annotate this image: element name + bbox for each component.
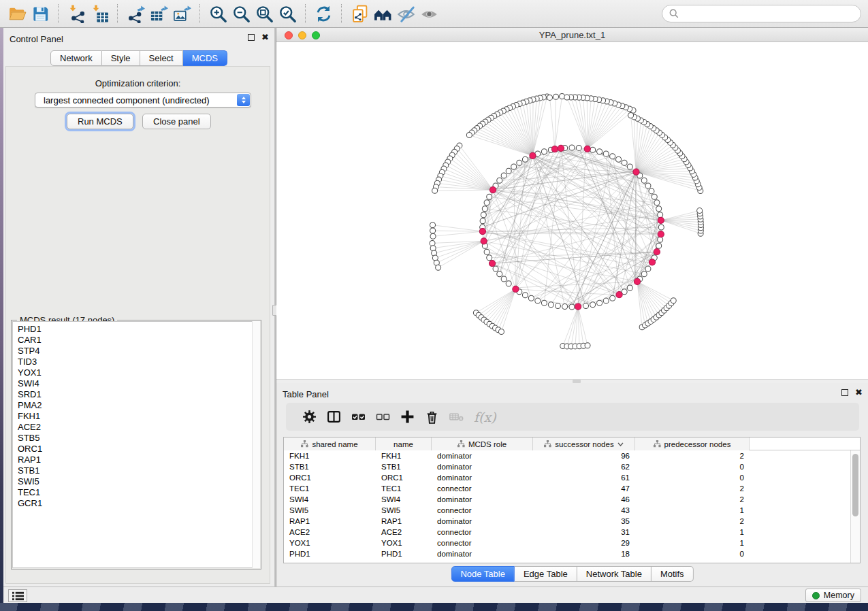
table-row[interactable]: FKH1FKH1dominator962 bbox=[284, 450, 850, 461]
network-node[interactable] bbox=[511, 164, 517, 169]
leaf-node[interactable] bbox=[498, 329, 504, 335]
memory-button[interactable]: Memory bbox=[805, 589, 861, 602]
network-node[interactable] bbox=[541, 149, 547, 154]
network-node[interactable] bbox=[603, 298, 609, 303]
table-row[interactable]: STB1STB1dominator620 bbox=[284, 461, 850, 472]
open-session-button[interactable] bbox=[5, 2, 29, 25]
network-window-titlebar[interactable]: YPA_prune.txt_1 bbox=[276, 28, 868, 42]
network-node[interactable] bbox=[501, 276, 507, 282]
network-node[interactable] bbox=[658, 237, 663, 242]
run-mcds-button[interactable]: Run MCDS bbox=[67, 114, 133, 129]
dominator-node[interactable] bbox=[479, 229, 485, 235]
leaf-node[interactable] bbox=[430, 233, 436, 239]
apply-layout-button[interactable] bbox=[312, 2, 335, 25]
zoom-out-button[interactable] bbox=[229, 2, 253, 25]
dominator-node[interactable] bbox=[481, 238, 487, 244]
mcds-result-item[interactable]: SWI5 bbox=[13, 476, 259, 487]
table-row[interactable]: SWI5SWI5connector431 bbox=[284, 505, 850, 516]
task-history-button[interactable] bbox=[8, 589, 27, 602]
network-node[interactable] bbox=[603, 151, 609, 156]
dominator-node[interactable] bbox=[489, 261, 495, 267]
show-all-button[interactable] bbox=[417, 2, 440, 25]
float-panel-icon[interactable] bbox=[248, 34, 255, 41]
function-builder-button[interactable]: f(x) bbox=[468, 405, 502, 429]
network-node[interactable] bbox=[576, 145, 581, 150]
network-node[interactable] bbox=[535, 298, 541, 303]
network-node[interactable] bbox=[482, 206, 487, 212]
dominator-node[interactable] bbox=[489, 187, 496, 193]
network-node[interactable] bbox=[497, 271, 502, 277]
dominator-node[interactable] bbox=[530, 152, 536, 159]
tab-motifs[interactable]: Motifs bbox=[652, 566, 694, 582]
delete-column-button[interactable] bbox=[419, 405, 444, 429]
network-node[interactable] bbox=[654, 200, 660, 205]
tab-network-table[interactable]: Network Table bbox=[577, 566, 652, 582]
leaf-node[interactable] bbox=[430, 222, 436, 228]
mcds-result-item[interactable]: STP4 bbox=[13, 346, 259, 357]
table-scrollbar-thumb[interactable] bbox=[852, 454, 858, 516]
network-node[interactable] bbox=[645, 266, 651, 271]
mcds-result-item[interactable]: SWI4 bbox=[13, 378, 259, 389]
export-network-button[interactable] bbox=[124, 2, 147, 25]
leaf-node[interactable] bbox=[628, 113, 634, 118]
zoom-selected-button[interactable] bbox=[276, 2, 299, 25]
first-neighbors-button[interactable] bbox=[371, 2, 394, 25]
clone-network-button[interactable] bbox=[348, 2, 371, 25]
column-header-successors[interactable]: successor nodes bbox=[533, 437, 635, 450]
network-node[interactable] bbox=[517, 160, 522, 165]
network-node[interactable] bbox=[528, 295, 534, 301]
leaf-node[interactable] bbox=[564, 95, 570, 100]
import-network-button[interactable] bbox=[65, 2, 88, 25]
network-node[interactable] bbox=[622, 160, 627, 165]
show-all-columns-button[interactable] bbox=[346, 405, 370, 429]
mcds-result-item[interactable]: YOX1 bbox=[13, 367, 259, 378]
network-node[interactable] bbox=[484, 200, 489, 205]
close-panel-icon[interactable]: ✖ bbox=[261, 34, 269, 41]
dominator-node[interactable] bbox=[649, 259, 655, 265]
dominator-node[interactable] bbox=[654, 249, 660, 255]
column-header-name[interactable]: name bbox=[376, 437, 432, 450]
leaf-node[interactable] bbox=[430, 240, 435, 246]
network-node[interactable] bbox=[501, 173, 507, 178]
table-row[interactable]: RAP1RAP1dominator352 bbox=[284, 516, 850, 527]
mcds-result-item[interactable]: SRD1 bbox=[13, 389, 259, 400]
select-columns-button[interactable] bbox=[321, 405, 346, 429]
table-row[interactable]: ORC1ORC1dominator610 bbox=[284, 472, 850, 483]
column-header-predecessors[interactable]: predecessor nodes bbox=[635, 437, 750, 450]
leaf-node[interactable] bbox=[671, 298, 676, 303]
dominator-node[interactable] bbox=[584, 146, 590, 152]
table-settings-button[interactable] bbox=[297, 405, 321, 429]
mcds-result-item[interactable]: TEC1 bbox=[13, 487, 259, 498]
network-node[interactable] bbox=[652, 194, 657, 199]
mcds-result-item[interactable]: PHD1 bbox=[13, 324, 259, 335]
dominator-node[interactable] bbox=[658, 231, 664, 237]
import-table-button[interactable] bbox=[88, 2, 111, 25]
network-node[interactable] bbox=[645, 183, 651, 188]
dominator-node[interactable] bbox=[575, 303, 581, 310]
network-node[interactable] bbox=[656, 206, 662, 212]
close-panel-icon[interactable]: ✖ bbox=[855, 389, 863, 396]
network-node[interactable] bbox=[569, 145, 575, 150]
leaf-node[interactable] bbox=[432, 188, 438, 193]
network-node[interactable] bbox=[610, 295, 615, 301]
leaf-node[interactable] bbox=[585, 343, 590, 348]
table-row[interactable]: SWI4SWI4dominator462 bbox=[284, 494, 850, 505]
mcds-result-item[interactable]: ACE2 bbox=[13, 422, 259, 433]
network-node[interactable] bbox=[522, 156, 528, 162]
tab-node-table[interactable]: Node Table bbox=[451, 566, 515, 582]
mcds-result-item[interactable]: RAP1 bbox=[13, 455, 259, 465]
tab-select[interactable]: Select bbox=[140, 50, 183, 66]
network-node[interactable] bbox=[562, 304, 568, 310]
create-column-button[interactable] bbox=[395, 405, 419, 429]
network-node[interactable] bbox=[610, 154, 615, 159]
network-node[interactable] bbox=[481, 212, 486, 218]
network-node[interactable] bbox=[658, 212, 663, 218]
export-table-button[interactable] bbox=[147, 2, 170, 25]
leaf-node[interactable] bbox=[466, 133, 472, 138]
column-header-shared[interactable]: shared name bbox=[284, 437, 376, 450]
close-panel-button[interactable]: Close panel bbox=[142, 114, 211, 129]
mcds-result-item[interactable]: CAR1 bbox=[13, 335, 259, 346]
dominator-node[interactable] bbox=[658, 217, 664, 223]
network-node[interactable] bbox=[480, 218, 485, 224]
tab-style[interactable]: Style bbox=[102, 50, 140, 66]
